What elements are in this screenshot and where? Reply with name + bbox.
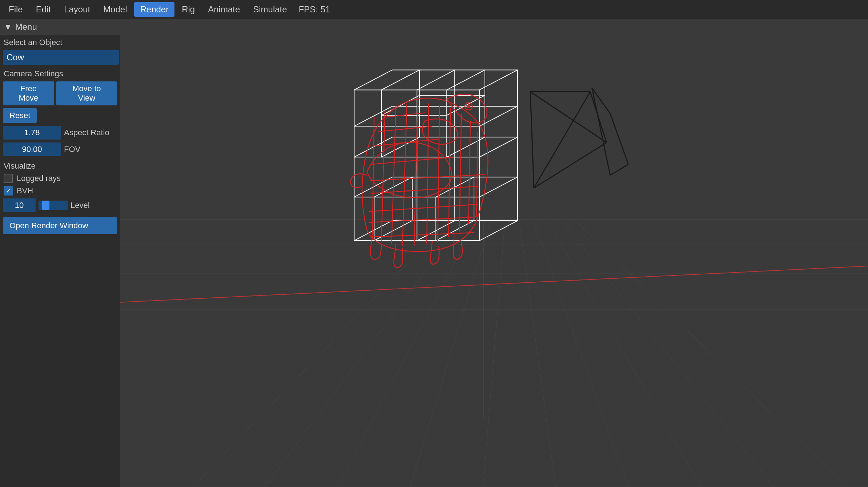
menu-label: Menu: [15, 22, 37, 32]
camera-btn-row: Free Move Move to View: [0, 80, 120, 107]
scene-svg: [120, 19, 868, 487]
svg-rect-1: [120, 219, 868, 220]
fov-row: FOV: [0, 141, 120, 158]
reset-row: Reset: [0, 107, 120, 124]
menu-model[interactable]: Model: [97, 2, 133, 17]
collapse-arrow-icon: ▼: [4, 22, 12, 32]
menu-layout[interactable]: Layout: [58, 2, 96, 17]
logged-rays-row[interactable]: Logged rays: [0, 172, 120, 185]
logged-rays-label: Logged rays: [17, 174, 61, 183]
menu-file[interactable]: File: [3, 2, 29, 17]
menu-edit[interactable]: Edit: [30, 2, 57, 17]
menu-animate[interactable]: Animate: [202, 2, 246, 17]
bvh-label: BVH: [17, 186, 33, 196]
open-render-window-button[interactable]: Open Render Window: [3, 217, 117, 234]
svg-rect-0: [120, 19, 868, 487]
svg-point-65: [467, 105, 470, 108]
main-area: ▼ Menu Select an Object Camera Settings …: [0, 19, 868, 487]
menu-rig[interactable]: Rig: [176, 2, 201, 17]
level-slider-thumb: [42, 201, 49, 210]
level-label: Level: [71, 201, 90, 210]
menu-collapse-row[interactable]: ▼ Menu: [0, 19, 120, 35]
move-to-view-button[interactable]: Move to View: [56, 81, 117, 105]
free-move-button[interactable]: Free Move: [3, 81, 54, 105]
fps-counter: FPS: 51: [299, 4, 330, 15]
level-input[interactable]: [3, 198, 36, 212]
bvh-checkbox[interactable]: ✓: [4, 186, 13, 196]
camera-settings-label: Camera Settings: [0, 66, 120, 80]
bvh-row[interactable]: ✓ BVH: [0, 185, 120, 197]
bvh-checkmark-icon: ✓: [6, 187, 11, 195]
level-slider-track[interactable]: [39, 201, 68, 210]
fov-input[interactable]: [3, 142, 61, 156]
select-object-label: Select an Object: [0, 35, 120, 49]
fov-label: FOV: [64, 145, 80, 154]
menu-simulate[interactable]: Simulate: [247, 2, 293, 17]
reset-button[interactable]: Reset: [3, 108, 37, 123]
sidebar-panel: ▼ Menu Select an Object Camera Settings …: [0, 19, 120, 487]
object-select-row: [0, 49, 120, 66]
logged-rays-checkbox[interactable]: [4, 174, 13, 183]
aspect-ratio-input[interactable]: [3, 126, 61, 140]
object-select-input[interactable]: [3, 50, 119, 65]
menubar: File Edit Layout Model Render Rig Animat…: [0, 0, 868, 19]
viewport-3d[interactable]: [120, 19, 868, 487]
aspect-ratio-row: Aspect Ratio: [0, 124, 120, 141]
menu-render[interactable]: Render: [134, 2, 174, 17]
visualize-label: Visualize: [0, 158, 120, 172]
level-row: Level: [0, 197, 120, 214]
aspect-ratio-label: Aspect Ratio: [64, 128, 109, 137]
